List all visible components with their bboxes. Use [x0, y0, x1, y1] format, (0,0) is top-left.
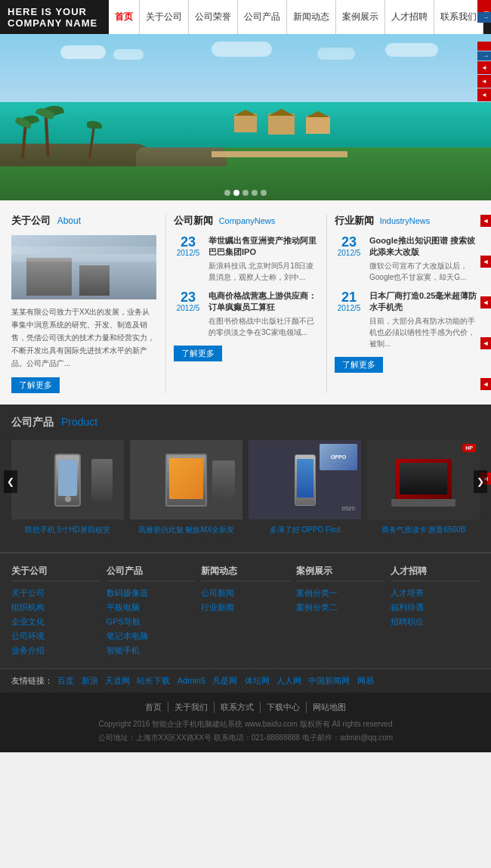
nav-about[interactable]: 关于公司	[140, 0, 189, 34]
footer-nav-download[interactable]: 下载中心	[261, 702, 307, 713]
about-news-section: 关于公司 About 某某有限公司致力于XX出的发展，业务从事集中润意系统的研究…	[0, 200, 491, 405]
fl-tiandao[interactable]: 天道网	[105, 676, 130, 685]
footer-col-about-title: 关于公司	[11, 565, 100, 581]
about-more-btn[interactable]: 了解更多	[11, 377, 60, 393]
footer-nav-home[interactable]: 首页	[139, 702, 168, 713]
product-item-4: HP 商务气质读卡 惠普6560B	[367, 440, 480, 537]
company-news-more-btn[interactable]: 了解更多	[174, 346, 222, 361]
footer-nav-about[interactable]: 关于我们	[168, 702, 215, 713]
footer-link-case-2[interactable]: 案例分类二	[296, 602, 385, 613]
footer-links: 关于公司 关于公司 组织机构 企业文化 公司环境 业务介绍 公司产品 数码摄像器…	[0, 552, 491, 668]
footer-side-btn-2[interactable]: ↑	[477, 12, 491, 23]
industry-news-more-btn[interactable]: 了解更多	[335, 357, 383, 373]
fl-admin5[interactable]: Admin5	[178, 676, 205, 685]
section-right-arrows: ◄ ◄ ◄ ◄ ◄	[480, 200, 491, 405]
footer-nav-contact[interactable]: 联系方式	[215, 702, 261, 713]
product-section: 公司产品 Product ❮	[0, 405, 491, 552]
footer-link-news-1[interactable]: 公司新闻	[201, 587, 290, 599]
ind-date-2: 21 2012/5	[335, 290, 363, 349]
industry-news-item-1: 23 2012/5 Google推出知识图谱 搜索彼此添来大改版 微软公司宣布了…	[335, 235, 480, 283]
fl-stationmaster[interactable]: 站长下载	[137, 676, 170, 685]
section-arrow-5[interactable]: ◄	[480, 378, 491, 390]
dot-1[interactable]	[224, 190, 230, 196]
company-news-item-1: 23 2012/5 举世瞩出售亚洲资产推动阿里巴巴集团IPO 新浪科技讯 北京时…	[174, 235, 319, 283]
footer-bottom: 首页 关于我们 联系方式 下载中心 网站地图 Copyright 2016 智能…	[0, 693, 491, 752]
product-item-1: 联想手机 5寸HD屏四核安	[11, 440, 124, 537]
fl-chinanews[interactable]: 中国新闻网	[308, 676, 350, 685]
product-img-3: 0520 OPPO	[249, 440, 361, 519]
footer-copyright: Copyright 2016 智能企业手机电脑建站系统 www.baidu.co…	[8, 719, 483, 730]
dot-3[interactable]	[242, 190, 249, 196]
section-arrow-1[interactable]: ◄	[480, 215, 491, 227]
footer-link-about-5[interactable]: 业务介绍	[11, 645, 100, 656]
header: HERE IS YOUR COMPANY NAME 首页 关于公司 公司荣誉 公…	[0, 0, 491, 34]
footer-link-product-4[interactable]: 笔记本电脑	[107, 631, 196, 642]
footer-side-btn-1[interactable]: 客服中心	[477, 0, 491, 12]
footer-link-product-3[interactable]: GPS导航	[107, 616, 196, 628]
nav-home[interactable]: 首页	[109, 0, 140, 34]
fl-renren[interactable]: 人人网	[276, 676, 301, 685]
footer-col-about: 关于公司 关于公司 组织机构 企业文化 公司环境 业务介绍	[11, 565, 100, 659]
footer-link-about-3[interactable]: 企业文化	[11, 616, 100, 628]
fl-fanshi[interactable]: 凡是网	[212, 676, 237, 685]
dot-5[interactable]	[261, 190, 267, 196]
footer-nav-sitemap[interactable]: 网站地图	[307, 702, 352, 713]
dot-2[interactable]	[233, 190, 239, 196]
nav-news[interactable]: 新闻动态	[287, 0, 336, 34]
hero-banner: 客服中心 ↑ ◄ ◄ ◄	[0, 34, 491, 200]
product-img-2	[130, 440, 242, 519]
hero-side-btn-4[interactable]: ◄	[477, 75, 491, 88]
product-img-4: HP	[367, 440, 480, 519]
industry-news-title: 行业新闻 IndustryNews	[335, 214, 480, 228]
product-label-3: 多薄了好 OPPO Find	[249, 523, 361, 537]
footer-link-recruit-1[interactable]: 人才培养	[391, 587, 480, 599]
product-label-1: 联想手机 5寸HD屏四核安	[11, 523, 124, 537]
footer-link-recruit-2[interactable]: 福利待遇	[391, 602, 480, 613]
about-image	[11, 235, 156, 299]
hero-side-btn-5[interactable]: ◄	[477, 88, 491, 101]
company-news-title: 公司新闻 CompanyNews	[174, 214, 319, 228]
fl-baidu[interactable]: 百度	[57, 676, 74, 685]
footer-link-about-2[interactable]: 组织机构	[11, 602, 100, 613]
fl-wangyi[interactable]: 网易	[357, 676, 374, 685]
hero-dots	[224, 190, 267, 196]
carousel-next[interactable]: ❯	[474, 470, 487, 493]
product-section-title: 公司产品 Product	[11, 416, 480, 429]
hero-side-btn-3[interactable]: ◄	[477, 61, 491, 74]
footer-link-about-4[interactable]: 公司环境	[11, 631, 100, 642]
footer-col-recruit-title: 人才招聘	[391, 565, 480, 581]
fl-sina[interactable]: 新浪	[82, 676, 98, 685]
nav-contact[interactable]: 联系我们	[434, 0, 483, 34]
footer-link-product-2[interactable]: 平板电脑	[107, 602, 196, 613]
navigation: 首页 关于公司 公司荣誉 公司产品 新闻动态 案例展示 人才招聘 联系我们	[109, 0, 483, 34]
friendly-links-label: 友情链接：	[11, 676, 53, 685]
section-arrow-3[interactable]: ◄	[480, 296, 491, 308]
fl-titan[interactable]: 体坛网	[245, 676, 270, 685]
news-date-1: 23 2012/5	[174, 235, 202, 283]
nav-cases[interactable]: 案例展示	[336, 0, 385, 34]
footer-col-product-title: 公司产品	[107, 565, 196, 581]
nav-recruit[interactable]: 人才招聘	[385, 0, 434, 34]
footer-link-product-5[interactable]: 智能手机	[107, 645, 196, 656]
product-label-4: 商务气质读卡 惠普6560B	[367, 523, 480, 537]
product-label-2: 高雅瓷仿此魅 魅族MX全新发	[130, 523, 242, 537]
nav-honor[interactable]: 公司荣誉	[189, 0, 238, 34]
footer-bottom-nav: 首页 关于我们 联系方式 下载中心 网站地图	[8, 702, 483, 713]
footer-link-news-2[interactable]: 行业新闻	[201, 602, 290, 613]
dot-4[interactable]	[252, 190, 258, 196]
hero-scene: 客服中心 ↑ ◄ ◄ ◄	[0, 34, 491, 200]
footer-col-cases: 案例展示 案例分类一 案例分类二	[296, 565, 385, 659]
carousel-prev[interactable]: ❮	[4, 470, 17, 493]
hero-side-btn-1[interactable]: 客服中心	[477, 42, 491, 51]
section-arrow-4[interactable]: ◄	[480, 337, 491, 349]
footer-link-about-1[interactable]: 关于公司	[11, 587, 100, 599]
nav-product[interactable]: 公司产品	[238, 0, 287, 34]
footer-right-panel: 客服中心 ↑	[477, 0, 491, 23]
footer-link-case-1[interactable]: 案例分类一	[296, 587, 385, 599]
product-item-2: 高雅瓷仿此魅 魅族MX全新发	[130, 440, 242, 537]
footer-link-recruit-3[interactable]: 招聘职位	[391, 616, 480, 628]
section-arrow-2[interactable]: ◄	[480, 256, 491, 268]
footer-col-news: 新闻动态 公司新闻 行业新闻	[201, 565, 290, 659]
hero-side-btn-2[interactable]: ↑	[477, 51, 491, 60]
footer-link-product-1[interactable]: 数码摄像器	[107, 587, 196, 599]
